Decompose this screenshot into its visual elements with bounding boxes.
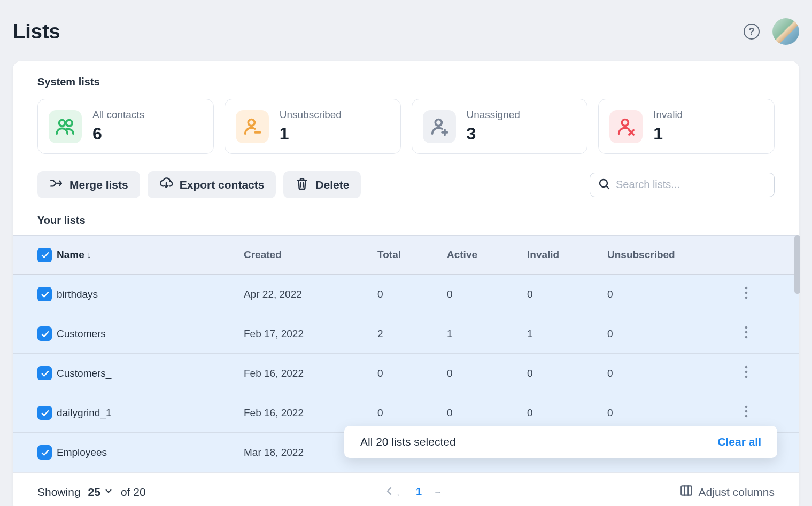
- cloud-download-icon: [159, 176, 173, 193]
- cell-name: Employees: [57, 447, 244, 458]
- svg-point-10: [745, 331, 748, 334]
- cell-unsubscribed: 0: [607, 328, 725, 340]
- system-list-invalid[interactable]: Invalid 1: [598, 99, 775, 154]
- cell-total: 0: [377, 407, 447, 419]
- cell-name: Customers: [57, 328, 244, 340]
- page-header: Lists ?: [13, 13, 799, 61]
- row-menu-button[interactable]: [745, 370, 748, 381]
- row-checkbox[interactable]: [37, 445, 52, 460]
- column-header-active[interactable]: Active: [447, 249, 527, 261]
- cell-total: 0: [377, 289, 447, 300]
- search-input-wrap[interactable]: [590, 173, 775, 197]
- svg-point-9: [745, 326, 748, 329]
- svg-rect-21: [681, 486, 692, 495]
- cell-active: 0: [447, 407, 527, 419]
- svg-point-0: [59, 120, 65, 126]
- page-title: Lists: [13, 20, 60, 43]
- cell-invalid: 0: [527, 368, 607, 379]
- row-checkbox[interactable]: [37, 406, 52, 420]
- adjust-columns-button[interactable]: Adjust columns: [679, 484, 775, 500]
- stat-label: All contacts: [92, 109, 144, 121]
- svg-point-17: [745, 415, 748, 418]
- cell-created: Feb 16, 2022: [244, 368, 377, 379]
- cell-active: 1: [447, 328, 527, 340]
- export-contacts-button[interactable]: Export contacts: [148, 171, 276, 198]
- person-x-icon: [609, 110, 643, 143]
- clear-all-button[interactable]: Clear all: [717, 435, 761, 448]
- chevron-down-icon: [104, 486, 113, 499]
- cell-unsubscribed: 0: [607, 289, 725, 300]
- scrollbar[interactable]: [794, 235, 800, 294]
- cell-name: Customers_: [57, 368, 244, 379]
- per-page-select[interactable]: 25: [88, 486, 113, 499]
- cell-created: Feb 17, 2022: [244, 328, 377, 340]
- svg-point-16: [745, 410, 748, 413]
- button-label: Merge lists: [69, 178, 128, 191]
- search-input[interactable]: [616, 178, 767, 191]
- stat-value: 1: [653, 124, 683, 144]
- stat-label: Unsubscribed: [280, 109, 342, 121]
- next-page-button[interactable]: →: [434, 487, 442, 497]
- of-total-label: of 20: [121, 486, 146, 499]
- stat-value: 6: [92, 124, 144, 144]
- table-row[interactable]: birthdays Apr 22, 2022 0 0 0 0: [13, 275, 799, 314]
- row-menu-button[interactable]: [745, 409, 748, 421]
- svg-point-14: [745, 376, 748, 378]
- page-number[interactable]: 1: [416, 486, 422, 498]
- svg-point-8: [745, 297, 748, 299]
- people-icon: [49, 110, 82, 143]
- toast-message: All 20 lists selected: [360, 435, 456, 448]
- merge-icon: [49, 176, 63, 193]
- sort-down-icon: ↓: [87, 250, 91, 260]
- showing-label: Showing: [37, 486, 81, 499]
- system-list-all-contacts[interactable]: All contacts 6: [37, 99, 214, 154]
- row-checkbox[interactable]: [37, 326, 52, 341]
- help-icon[interactable]: ?: [744, 24, 760, 40]
- table-row[interactable]: Customers Feb 17, 2022 2 1 1 0: [13, 314, 799, 354]
- column-header-unsubscribed[interactable]: Unsubscribed: [607, 249, 725, 261]
- column-header-name[interactable]: Name↓: [57, 249, 244, 261]
- search-icon: [598, 177, 610, 192]
- cell-invalid: 0: [527, 407, 607, 419]
- row-menu-button[interactable]: [745, 291, 748, 302]
- row-checkbox[interactable]: [37, 366, 52, 380]
- column-header-invalid[interactable]: Invalid: [527, 249, 607, 261]
- system-lists-row: All contacts 6 Unsubscribed 1 Unassi: [13, 99, 799, 166]
- system-list-unassigned[interactable]: Unassigned 3: [412, 99, 588, 154]
- your-lists-label: Your lists: [37, 214, 799, 227]
- person-plus-icon: [423, 110, 456, 143]
- svg-point-4: [622, 119, 629, 126]
- delete-button[interactable]: Delete: [283, 171, 361, 198]
- svg-point-7: [745, 292, 748, 294]
- cell-total: 0: [377, 368, 447, 379]
- prev-page-button[interactable]: ←: [383, 485, 404, 500]
- svg-point-13: [745, 371, 748, 373]
- column-header-total[interactable]: Total: [377, 249, 447, 261]
- system-list-unsubscribed[interactable]: Unsubscribed 1: [225, 99, 401, 154]
- stat-value: 3: [467, 124, 520, 144]
- svg-point-11: [745, 336, 748, 339]
- merge-lists-button[interactable]: Merge lists: [37, 171, 140, 198]
- trash-icon: [295, 176, 309, 193]
- row-menu-button[interactable]: [745, 330, 748, 341]
- svg-point-3: [435, 119, 442, 126]
- table-row[interactable]: Customers_ Feb 16, 2022 0 0 0 0: [13, 354, 799, 393]
- svg-point-6: [745, 287, 748, 290]
- svg-point-15: [745, 406, 748, 408]
- selection-toast: All 20 lists selected Clear all: [344, 426, 777, 458]
- row-checkbox[interactable]: [37, 287, 52, 301]
- button-label: Delete: [315, 178, 349, 191]
- stat-value: 1: [280, 124, 342, 144]
- svg-point-2: [248, 119, 254, 126]
- cell-active: 0: [447, 368, 527, 379]
- system-lists-label: System lists: [37, 76, 799, 88]
- select-all-checkbox[interactable]: [37, 248, 52, 262]
- button-label: Export contacts: [180, 178, 265, 191]
- cell-name: birthdays: [57, 289, 244, 300]
- column-header-created[interactable]: Created: [244, 249, 377, 261]
- table-header: Name↓ Created Total Active Invalid Unsub…: [13, 235, 799, 275]
- avatar[interactable]: [772, 18, 799, 45]
- cell-unsubscribed: 0: [607, 407, 725, 419]
- cell-unsubscribed: 0: [607, 368, 725, 379]
- stat-label: Invalid: [653, 109, 683, 121]
